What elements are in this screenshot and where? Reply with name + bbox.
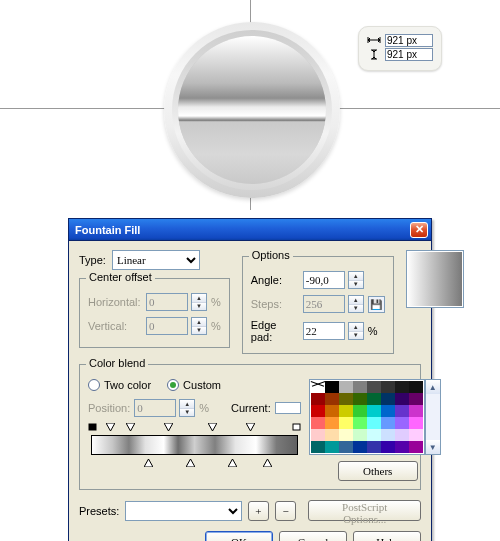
edgepad-input[interactable] [303,322,345,340]
palette-swatch[interactable] [367,417,381,429]
height-field[interactable] [385,48,433,61]
palette-swatch[interactable] [367,381,381,393]
palette-swatch[interactable] [353,393,367,405]
palette-swatch[interactable] [395,417,409,429]
palette-swatch[interactable] [311,429,325,441]
palette-swatch[interactable] [367,429,381,441]
grad-marker[interactable] [106,423,115,431]
svg-marker-2 [126,423,135,431]
scroll-up-icon[interactable]: ▲ [426,380,440,394]
remove-preset-button[interactable]: − [275,501,296,521]
palette-swatch[interactable] [325,405,339,417]
palette-swatch[interactable] [367,405,381,417]
grad-marker[interactable] [228,459,237,467]
width-field[interactable] [385,34,433,47]
palette-swatch[interactable] [311,441,325,453]
palette-swatch[interactable] [381,393,395,405]
palette-swatch[interactable] [339,393,353,405]
grad-marker[interactable] [144,459,153,467]
gradient-bar[interactable] [91,435,298,455]
palette-swatch[interactable] [325,417,339,429]
help-button[interactable]: Help [353,531,421,541]
palette-swatch[interactable] [409,417,423,429]
close-icon[interactable]: ✕ [410,222,428,238]
palette-swatch[interactable] [395,393,409,405]
svg-marker-1 [106,423,115,431]
presets-label: Presets: [79,505,119,517]
fill-preview [406,250,464,308]
position-input [134,399,176,417]
grad-marker[interactable] [186,459,195,467]
palette-swatch[interactable] [311,405,325,417]
palette-swatch[interactable] [339,417,353,429]
presets-select[interactable] [125,501,241,521]
grad-marker[interactable] [208,423,217,431]
height-icon [367,49,381,60]
palette-swatch[interactable] [409,381,423,393]
color-palette[interactable] [309,379,425,455]
current-swatch[interactable] [275,402,301,414]
palette-swatch[interactable] [381,417,395,429]
custom-radio[interactable]: Custom [167,379,221,391]
palette-swatch[interactable] [325,381,339,393]
pct-label-2: % [211,320,221,332]
palette-swatch[interactable] [353,405,367,417]
palette-swatch[interactable] [409,405,423,417]
palette-swatch[interactable] [409,393,423,405]
grad-marker[interactable] [246,423,255,431]
dialog-title: Fountain Fill [75,224,140,236]
custom-label: Custom [183,379,221,391]
palette-swatch[interactable] [409,441,423,453]
palette-swatch[interactable] [311,417,325,429]
palette-swatch[interactable] [409,429,423,441]
grad-marker-end[interactable] [292,423,301,431]
palette-swatch[interactable] [325,429,339,441]
palette-swatch[interactable] [325,441,339,453]
object-disc[interactable] [178,36,326,184]
palette-swatch[interactable] [339,441,353,453]
palette-swatch[interactable] [353,381,367,393]
palette-swatch[interactable] [339,405,353,417]
palette-swatch[interactable] [339,381,353,393]
palette-swatch[interactable] [395,441,409,453]
palette-swatch[interactable] [381,405,395,417]
others-button[interactable]: Others [338,461,418,481]
angle-label: Angle: [251,274,299,286]
width-icon [367,35,381,46]
horizontal-input [146,293,188,311]
two-color-radio[interactable]: Two color [88,379,151,391]
grad-marker[interactable] [126,423,135,431]
scroll-down-icon[interactable]: ▼ [426,440,440,454]
grad-marker-start[interactable] [88,423,97,431]
palette-scrollbar[interactable]: ▲ ▼ [425,379,441,455]
position-spin: ▲▼ [179,399,195,417]
palette-swatch[interactable] [339,429,353,441]
palette-swatch[interactable] [381,429,395,441]
cancel-button[interactable]: Cancel [279,531,347,541]
palette-swatch[interactable] [367,441,381,453]
palette-swatch[interactable] [353,441,367,453]
palette-swatch[interactable] [381,381,395,393]
palette-swatch[interactable] [381,441,395,453]
add-preset-button[interactable]: + [248,501,269,521]
edgepad-spin[interactable]: ▲▼ [348,322,364,340]
grad-marker[interactable] [263,459,272,467]
palette-swatch[interactable] [395,429,409,441]
palette-swatch[interactable] [395,381,409,393]
palette-swatch[interactable] [395,405,409,417]
dimension-tooltip [358,26,442,71]
ok-button[interactable]: OK [205,531,273,541]
palette-swatch[interactable] [353,417,367,429]
palette-swatch[interactable] [311,381,325,393]
palette-swatch[interactable] [353,429,367,441]
palette-swatch[interactable] [325,393,339,405]
palette-swatch[interactable] [367,393,381,405]
angle-input[interactable] [303,271,345,289]
palette-swatch[interactable] [311,393,325,405]
type-select[interactable]: Linear [112,250,200,270]
design-canvas [0,0,500,210]
dialog-titlebar[interactable]: Fountain Fill ✕ [69,219,431,241]
lock-icon[interactable]: 💾 [368,296,385,313]
angle-spin[interactable]: ▲▼ [348,271,364,289]
grad-marker[interactable] [164,423,173,431]
